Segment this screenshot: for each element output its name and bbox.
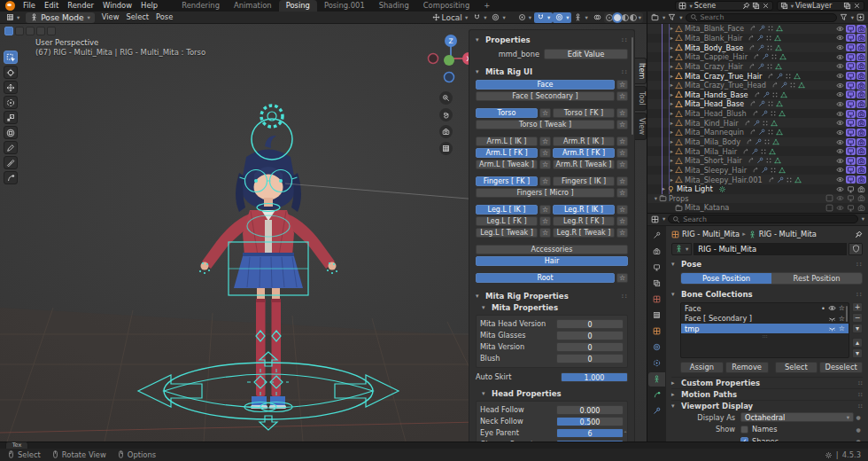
rig-layer-star[interactable]: ☆ (616, 273, 628, 283)
edit-value-button[interactable]: Edit Value (544, 49, 628, 59)
bone-collection-star-icon[interactable]: ☆ (839, 304, 845, 312)
datablock-type-button[interactable]: ▾ (671, 243, 692, 255)
disable-viewport-icon[interactable] (846, 157, 856, 165)
properties-search-input[interactable]: Search (668, 215, 857, 223)
disable-render-icon[interactable] (856, 110, 866, 118)
rig-layer-star[interactable]: ☆ (616, 120, 628, 129)
select-mode-option-1[interactable] (15, 27, 24, 35)
properties-tab-2[interactable] (648, 261, 665, 275)
outliner-row[interactable]: ▸Mita_Head_Blush (647, 109, 868, 119)
expand-arrow-icon[interactable]: ▸ (669, 82, 675, 89)
datablock-name-field[interactable]: RIG - Multi_Mita (694, 243, 847, 255)
axis-negz-ball[interactable] (445, 73, 454, 82)
rig-layer-star[interactable]: ☆ (616, 80, 628, 90)
outliner-item-name[interactable]: Mita_Head_Base (685, 99, 744, 108)
expand-arrow-icon[interactable]: ▸ (669, 91, 675, 98)
viewport-menu-select[interactable]: Select (122, 12, 152, 23)
properties-tab-9[interactable] (648, 372, 665, 387)
tool-scale[interactable] (4, 111, 18, 124)
rig-layer-star[interactable]: ☆ (616, 228, 628, 238)
outliner-row[interactable]: ▸Mita_Head_Base (647, 99, 868, 109)
menu-window[interactable]: Window (98, 0, 136, 12)
rig-layer-star[interactable]: ☆ (539, 228, 551, 238)
panel-motion-paths-header[interactable]: ▸Motion Paths:: (671, 388, 863, 400)
hide-viewport-eye-icon[interactable] (835, 157, 845, 165)
properties-tab-6[interactable] (648, 324, 665, 339)
hide-viewport-eye-icon[interactable] (835, 110, 845, 118)
bone-collection-visibility-icon[interactable] (828, 315, 836, 323)
disable-render-icon[interactable] (856, 176, 866, 184)
properties-tab-1[interactable] (648, 245, 665, 259)
editor-outliner-icon[interactable] (651, 13, 659, 21)
nav-camera-button[interactable] (439, 125, 453, 138)
bone-collections-scrollbar[interactable] (846, 306, 848, 322)
scene-name[interactable]: Scene (694, 2, 740, 10)
exclude-checkbox-icon[interactable] (825, 204, 834, 212)
outliner-row[interactable]: ▸Mita Light (647, 184, 868, 194)
expand-arrow-icon[interactable]: ▸ (669, 110, 675, 117)
disable-viewport-icon[interactable] (846, 25, 856, 33)
deselect-button[interactable]: Deselect (819, 362, 863, 373)
bone-collection-star-icon[interactable]: ☆ (839, 324, 845, 332)
outliner-item-name[interactable]: Mita_Sleepy_Hair.001 (685, 176, 763, 184)
hide-viewport-eye-icon[interactable] (835, 34, 845, 42)
workspace-tab-shading[interactable]: Shading (372, 0, 416, 12)
hide-viewport-eye-icon[interactable] (835, 119, 845, 127)
disable-render-icon[interactable] (856, 166, 866, 174)
panel-head-props-header[interactable]: ▾Head Properties (482, 387, 628, 399)
rig-layer-star[interactable]: ☆ (616, 188, 628, 198)
outliner-row[interactable]: ▸Mita_Kind_Hair (647, 118, 868, 128)
disable-render-icon[interactable] (856, 129, 866, 137)
proportional-dropdown[interactable]: ▾ (489, 12, 508, 23)
expand-arrow-icon[interactable]: ▸ (669, 73, 675, 80)
remove-button[interactable]: Remove (725, 362, 769, 373)
panel-rig-ui-header[interactable]: ▾Mita Rig UI:: (476, 66, 628, 77)
outliner-row[interactable]: ▸Mita_Sleepy_Hair.001 (647, 175, 868, 184)
panel-properties-header[interactable]: ▾Properties:: (476, 34, 628, 45)
workspace-tab-rendering[interactable]: Rendering (174, 0, 227, 12)
rig-layer-button[interactable]: Torso (476, 108, 538, 118)
disable-render-icon[interactable] (856, 138, 866, 146)
copy-icon[interactable] (752, 2, 760, 10)
outliner-item-name[interactable]: Mita_Crazy_Hair (685, 62, 743, 71)
scene-selector[interactable]: ▾ Scene (675, 1, 772, 11)
outliner-item-name[interactable]: Mita_Crazy_True_Head (685, 81, 766, 90)
rig-layer-button[interactable]: Fingers [ IK ] (553, 176, 615, 186)
shading-dropdown[interactable]: ▾ (639, 14, 641, 21)
rig-layer-button[interactable]: Torso [ FK ] (553, 108, 615, 118)
disable-viewport-icon[interactable] (846, 43, 856, 51)
rig-layer-button[interactable]: Torso [ Tweak ] (476, 120, 615, 129)
panel-mita-props-header[interactable]: ▾Mita Properties (482, 301, 628, 313)
select-mode-option-0[interactable] (4, 27, 13, 35)
viewlayer-selector[interactable]: ▾ ViewLayer (777, 1, 864, 11)
properties-tab-11[interactable] (648, 404, 665, 418)
outliner-item-name[interactable]: Mita Light (677, 184, 713, 193)
nav-pan-button[interactable] (439, 108, 453, 121)
outliner-item-name[interactable]: Mita_Mila_Body (685, 137, 740, 146)
bone-collection-row[interactable]: Face [ Secondary ]☆ (681, 313, 849, 324)
rig-layer-button[interactable]: Arm.L [ Tweak ] (476, 160, 538, 169)
disable-render-icon[interactable] (856, 119, 866, 127)
rig-layer-star[interactable]: ☆ (616, 216, 628, 226)
select-mode-option-4[interactable] (47, 27, 56, 35)
tool-select-box[interactable] (4, 51, 18, 64)
rig-layer-button[interactable]: Face [ Secondary ] (476, 91, 615, 101)
outliner-item-name[interactable]: Mita_Katana (685, 203, 729, 212)
rig-layer-star[interactable]: ☆ (539, 176, 551, 186)
pin-icon[interactable] (855, 230, 863, 238)
hide-viewport-eye-icon[interactable] (835, 82, 845, 90)
expand-arrow-icon[interactable]: ▸ (669, 129, 675, 136)
tool-transform[interactable] (4, 126, 18, 139)
rig-layer-star[interactable]: ☆ (616, 160, 628, 169)
shading-solid-button[interactable] (614, 14, 621, 21)
workspace-tab-compositing[interactable]: Compositing (416, 0, 477, 12)
bone-collection-star-icon[interactable]: ☆ (839, 315, 845, 323)
move-down-button[interactable]: ▾ (852, 348, 863, 358)
panel-rig-props-header[interactable]: ▾Mita Rig Properties:: (476, 290, 628, 301)
properties-tab-8[interactable] (648, 356, 665, 371)
animate-dot[interactable]: ● (854, 426, 863, 433)
hide-viewport-eye-icon[interactable] (835, 166, 845, 174)
expand-arrow-icon[interactable]: ▸ (669, 120, 675, 127)
outliner-row[interactable]: Mita_Katana (647, 203, 868, 213)
rig-layer-button[interactable]: Leg.R [ Tweak ] (553, 228, 615, 238)
